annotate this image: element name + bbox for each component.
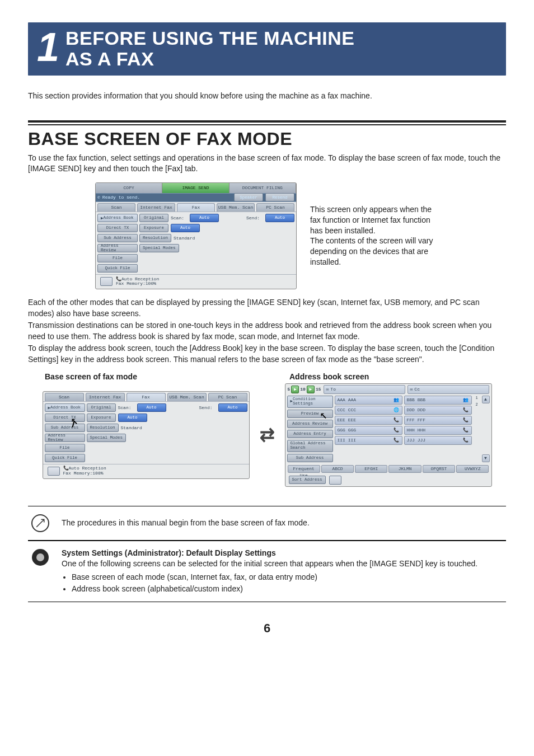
top-tab-image-send[interactable]: IMAGE SEND <box>162 183 229 193</box>
section-lead: To use the fax function, select settings… <box>28 153 506 175</box>
ab-preview-button[interactable]: Preview <box>287 410 333 418</box>
mode-tab-usb-mem-scan[interactable]: USB Mem. Scan <box>217 203 255 212</box>
ab-address-review-button[interactable]: Address Review <box>287 420 333 428</box>
preview-icon[interactable] <box>100 277 113 286</box>
sm-direct-tx-button[interactable]: Direct TX <box>45 414 85 422</box>
ab-index-tab[interactable]: ABCD <box>321 465 354 473</box>
sm-resolution-button[interactable]: Resolution <box>87 424 119 432</box>
note-icon <box>31 514 49 532</box>
sm-footer-status: 📞Auto Reception Fax Memory:100% <box>63 466 106 476</box>
special-modes-button[interactable]: Special Modes <box>139 244 179 252</box>
direct-tx-button[interactable]: Direct TX <box>97 224 138 232</box>
envelope-icon: ✉ <box>410 387 413 392</box>
ab-address-entry-button[interactable]: Address Entry <box>287 430 333 438</box>
sm-mode-tab-scan[interactable]: Scan <box>45 393 84 401</box>
sm-send-auto[interactable]: Auto <box>218 403 247 412</box>
ab-page-nav[interactable]: 5 ▶ 10 ▶ 15 <box>288 385 321 394</box>
file-button[interactable]: File <box>97 254 138 262</box>
group-icon: 👥 <box>462 397 469 402</box>
ab-page-next1[interactable]: ▶ <box>291 386 299 393</box>
body-para-2: Transmission destinations can be stored … <box>28 320 506 342</box>
phone-icon: 📞 <box>393 438 400 443</box>
scroll-up-button[interactable]: ▲ <box>482 396 490 403</box>
scroll-down-button[interactable]: ▼ <box>482 454 490 462</box>
body-para-1: Each of the other modes that can be disp… <box>28 297 506 319</box>
address-book-button[interactable]: ▶Address Book <box>97 214 138 222</box>
admin-line: One of the following screens can be sele… <box>62 559 477 568</box>
ab-sort-address-button[interactable]: Sort Address <box>289 476 326 484</box>
ab-index-tab[interactable]: Frequent Use <box>288 465 320 473</box>
admin-bullet-1: Base screen of each mode (scan, Internet… <box>72 572 477 583</box>
ab-to-button[interactable]: ✉To <box>324 385 405 394</box>
sm-scan-auto[interactable]: Auto <box>137 403 166 412</box>
section-divider <box>28 120 506 125</box>
mode-tab-scan[interactable]: Scan <box>97 203 135 212</box>
ab-index-tab[interactable]: UVWXYZ <box>456 465 489 473</box>
body-para-3: To display the address book screen, touc… <box>28 343 506 365</box>
ab-entry[interactable]: III III📞 <box>335 436 402 445</box>
double-arrow-icon: ⇄ <box>260 424 275 445</box>
speaker-button[interactable]: Speaker <box>234 193 263 201</box>
sm-mode-tab-internet-fax[interactable]: Internet Fax <box>86 393 125 401</box>
original-button[interactable]: Original <box>139 214 168 222</box>
ab-entry[interactable]: FFF FFF📞 <box>404 416 472 425</box>
quick-file-button[interactable]: Quick File <box>97 264 138 273</box>
sm-exposure-button[interactable]: Exposure <box>87 414 116 422</box>
sm-quick-file-button[interactable]: Quick File <box>45 454 85 462</box>
resolution-button[interactable]: Resolution <box>139 234 171 242</box>
exposure-auto-button[interactable]: Auto <box>171 224 200 232</box>
sm-mode-tab-fax[interactable]: Fax <box>127 393 166 401</box>
sub-address-button[interactable]: Sub Address <box>97 234 138 242</box>
ab-entry[interactable]: EEE EEE📞 <box>335 416 402 425</box>
ab-index-tab[interactable]: EFGHI <box>355 465 387 473</box>
sm-mode-tab-pc[interactable]: PC Scan <box>208 393 247 401</box>
intro-paragraph: This section provides information that y… <box>28 91 506 100</box>
ab-cc-button[interactable]: ✉Cc <box>407 385 489 394</box>
ab-sub-address-button[interactable]: Sub Address <box>287 454 333 462</box>
phone-icon: 📞 <box>393 428 400 433</box>
sm-special-modes-button[interactable]: Special Modes <box>87 434 127 442</box>
ab-entry[interactable]: AAA AAA👥 <box>335 396 402 405</box>
mode-tab-pc-scan[interactable]: PC Scan <box>256 203 294 212</box>
send-auto-button[interactable]: Auto <box>265 214 294 222</box>
chapter-title-line1: BEFORE USING THE MACHINE <box>65 28 354 49</box>
top-tab-doc-filing[interactable]: DOCUMENT FILING <box>229 183 296 193</box>
ab-entry[interactable]: BBB BBB👥 <box>404 396 472 405</box>
exposure-button[interactable]: Exposure <box>139 224 168 232</box>
sm-preview-icon[interactable] <box>48 467 60 476</box>
sm-sub-address-button[interactable]: Sub Address <box>45 424 85 432</box>
figure-side-note: This screen only appears when the fax fu… <box>310 204 439 267</box>
mode-tab-internet-fax[interactable]: Internet Fax <box>137 203 175 212</box>
footer-status: 📞Auto Reception Fax Memory:100% <box>116 277 159 287</box>
sm-mode-tab-usb[interactable]: USB Mem. Scan <box>167 393 207 401</box>
admin-bullet-2: Address book screen (alphabetical/custom… <box>72 584 477 595</box>
ab-condition-settings-button[interactable]: ▶ Condition Settings <box>287 396 333 408</box>
phone-icon: 📞 <box>462 438 469 443</box>
ab-preview-icon[interactable] <box>329 476 341 485</box>
address-review-button[interactable]: Address Review <box>97 244 138 252</box>
admin-gear-icon <box>31 548 50 567</box>
ab-index-tab[interactable]: OPQRST <box>423 465 455 473</box>
ab-entry[interactable]: CCC CCC🌐 <box>335 406 402 415</box>
sm-address-book-button[interactable]: ▶Address Book <box>45 403 85 412</box>
resend-button[interactable]: Resend <box>265 193 294 201</box>
ab-entry[interactable]: DDD DDD📞 <box>404 406 472 415</box>
sm-file-button[interactable]: File <box>45 444 85 452</box>
ab-entry[interactable]: HHH HHH📞 <box>404 426 472 435</box>
ab-entry[interactable]: JJJ JJJ📞 <box>404 436 472 445</box>
sm-address-review-button[interactable]: Address Review <box>45 434 85 442</box>
ab-entry[interactable]: GGG GGG📞 <box>335 426 402 435</box>
send-label: Send: <box>246 215 263 220</box>
sm-exposure-auto[interactable]: Auto <box>118 414 147 422</box>
admin-text-block: System Settings (Administrator): Default… <box>62 548 477 595</box>
ab-global-search-button[interactable]: Global Address Search <box>287 440 333 452</box>
top-tab-copy[interactable]: COPY <box>96 183 162 193</box>
mode-tab-fax[interactable]: Fax <box>177 203 215 212</box>
group-icon: 👥 <box>393 397 400 402</box>
side-note-2: The contents of the screen will vary dep… <box>310 236 439 267</box>
ab-page-next2[interactable]: ▶ <box>307 386 315 393</box>
sm-original-button[interactable]: Original <box>87 403 116 412</box>
scan-auto-button[interactable]: Auto <box>190 214 219 222</box>
phone-icon: 📞 <box>393 417 400 422</box>
ab-index-tab[interactable]: JKLMN <box>388 465 421 473</box>
